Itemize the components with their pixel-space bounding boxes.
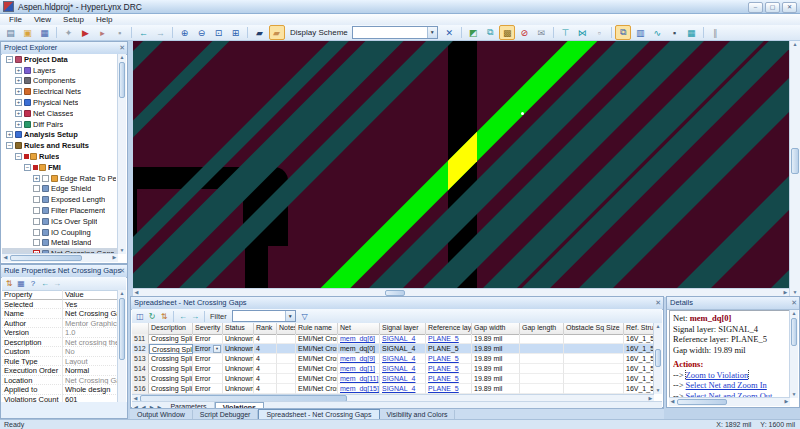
properties-vertical-scrollbar[interactable]: ▲ ▼: [117, 290, 126, 417]
grid-view-icon[interactable]: ▦: [683, 25, 699, 40]
property-row-custom[interactable]: CustomNo: [2, 347, 118, 357]
select-net-icon[interactable]: ◩: [465, 25, 481, 40]
collapse-icon[interactable]: −: [6, 142, 13, 149]
filter-combo[interactable]: ▼: [232, 310, 296, 322]
funnel-icon[interactable]: ▽: [299, 311, 310, 322]
cell[interactable]: [277, 344, 296, 354]
copy-view-icon[interactable]: ⧉: [482, 25, 498, 40]
cell[interactable]: 16V_1_5|15|GN: [624, 364, 654, 374]
cell[interactable]: [564, 384, 624, 394]
details-vertical-scrollbar[interactable]: ▲ ▼: [789, 310, 798, 398]
forward-icon[interactable]: →: [190, 311, 201, 322]
expand-icon[interactable]: +: [15, 88, 22, 95]
cell[interactable]: [564, 354, 624, 364]
zoom-fit-icon[interactable]: ⊡: [211, 25, 227, 40]
canvas-vertical-scrollbar[interactable]: ▲ ▼: [789, 41, 800, 296]
collapse-icon[interactable]: −: [15, 153, 22, 160]
dock-tab-visibility-and-colors[interactable]: Visibility and Colors: [380, 410, 456, 419]
cell[interactable]: PLANE_5: [426, 344, 472, 354]
cell[interactable]: [277, 384, 296, 394]
tree-item-physical-nets[interactable]: +Physical Nets: [2, 97, 118, 108]
cell-link[interactable]: SIGNAL_4: [382, 384, 415, 393]
tree-item-electrical-nets[interactable]: +Electrical Nets: [2, 86, 118, 97]
violation-row-513[interactable]: 513Crossing SplitErrorUnknown4EMI/Net Cr…: [132, 354, 654, 364]
cell[interactable]: [277, 364, 296, 374]
column-header-rule-name[interactable]: Rule name: [296, 323, 338, 334]
cell[interactable]: PLANE_5: [426, 374, 472, 384]
tree-item-project-data[interactable]: −Project Data: [2, 54, 118, 65]
sort-icon[interactable]: ⇅: [4, 278, 15, 289]
tree-item-metal-island[interactable]: Metal Island: [2, 238, 118, 249]
waveform-icon[interactable]: ∿: [649, 25, 665, 40]
cell[interactable]: Crossing Split: [149, 364, 193, 374]
layout-canvas[interactable]: [133, 41, 789, 288]
cell[interactable]: 4: [254, 374, 277, 384]
step-icon[interactable]: ▸: [95, 25, 111, 40]
tree-item-layers[interactable]: +Layers: [2, 65, 118, 76]
maximize-button[interactable]: ▢: [765, 2, 780, 13]
stop-icon[interactable]: ▪: [112, 25, 128, 40]
cell[interactable]: [277, 374, 296, 384]
violation-row-511[interactable]: 511Crossing SplitErrorUnknown4EMI/Net Cr…: [132, 334, 654, 344]
details-horizontal-scrollbar[interactable]: ◀ ▶: [669, 397, 790, 406]
cell-link[interactable]: SIGNAL_4: [382, 354, 415, 363]
cell-link[interactable]: mem_dq[9]: [340, 354, 375, 363]
cell[interactable]: Unknown: [223, 334, 254, 344]
cell-link[interactable]: PLANE_5: [428, 354, 459, 363]
refresh-icon[interactable]: ↻: [147, 311, 158, 322]
expand-icon[interactable]: +: [15, 121, 22, 128]
cell[interactable]: EMI/Net Cros...: [296, 364, 338, 374]
cell[interactable]: [277, 334, 296, 344]
tree-item-rules[interactable]: −Rules: [2, 151, 118, 162]
tree-item-components[interactable]: +Components: [2, 76, 118, 87]
pause-icon[interactable]: ∥: [707, 25, 723, 40]
highlight-icon[interactable]: ▩: [499, 25, 515, 40]
tree-item-rules-and-results[interactable]: −Rules and Results: [2, 140, 118, 151]
property-row-version[interactable]: Version1.0: [2, 328, 118, 338]
cell[interactable]: Error: [193, 374, 223, 384]
cell[interactable]: [564, 344, 624, 354]
cell[interactable]: PLANE_5: [426, 364, 472, 374]
save-icon[interactable]: ▦: [37, 25, 53, 40]
cell[interactable]: mem_dq[6]: [338, 334, 380, 344]
run-drc-icon[interactable]: ▶: [78, 25, 94, 40]
forward-icon[interactable]: →: [153, 25, 169, 40]
back-icon[interactable]: ←: [136, 25, 152, 40]
clear-selection-icon[interactable]: ✕: [441, 25, 457, 40]
help-icon[interactable]: ?: [28, 278, 39, 289]
chevron-down-icon[interactable]: ▼: [213, 345, 221, 353]
forward-icon[interactable]: →: [52, 278, 63, 289]
collapse-icon[interactable]: −: [24, 164, 31, 171]
dock-tab-spreadsheet-net-crossing-gaps[interactable]: Spreadsheet - Net Crossing Gaps: [258, 409, 379, 420]
column-header-net[interactable]: Net: [338, 323, 380, 334]
column-header-obstacle-sq-size[interactable]: Obstacle Sq Size: [564, 323, 624, 334]
no-probe-icon[interactable]: ⊘: [516, 25, 532, 40]
display-scheme-combo[interactable]: ▼: [352, 26, 438, 39]
close-icon[interactable]: ✕: [119, 266, 125, 275]
cell[interactable]: EMI/Net Cros...: [296, 334, 338, 344]
cell[interactable]: Error: [193, 384, 223, 394]
expand-icon[interactable]: +: [33, 175, 40, 182]
trace-tool-icon[interactable]: ⊤: [557, 25, 573, 40]
dock-tab-output-window[interactable]: Output Window: [130, 410, 193, 419]
cell[interactable]: mem_dq[11]: [338, 374, 380, 384]
cell[interactable]: Error: [193, 334, 223, 344]
cell[interactable]: 16V_1_5|15|GN: [624, 374, 654, 384]
cell[interactable]: SIGNAL_4: [380, 354, 426, 364]
column-header-rank[interactable]: Rank: [254, 323, 277, 334]
tree-item-edge-shield[interactable]: Edge Shield: [2, 184, 118, 195]
cell[interactable]: [520, 384, 564, 394]
tree-horizontal-scrollbar[interactable]: ◀ ▶: [2, 253, 118, 262]
zoom-area-icon[interactable]: ⊞: [228, 25, 244, 40]
violation-row-514[interactable]: 514Crossing SplitErrorUnknown4EMI/Net Cr…: [132, 364, 654, 374]
menu-help[interactable]: Help: [90, 15, 118, 24]
violation-row-512[interactable]: 512Crossing SplitError▼Unknown▼4EMI/Net …: [132, 344, 654, 354]
cell[interactable]: SIGNAL_4: [380, 384, 426, 394]
cell-link[interactable]: mem_dq[11]: [340, 374, 378, 383]
property-row-rule-type[interactable]: Rule TypeLayout: [2, 357, 118, 367]
column-header-signal-layer[interactable]: Signal layer: [380, 323, 426, 334]
rule-checkbox[interactable]: [33, 196, 40, 203]
cell[interactable]: [564, 334, 624, 344]
zoom-in-icon[interactable]: ⊕: [177, 25, 193, 40]
cell[interactable]: Error: [193, 354, 223, 364]
